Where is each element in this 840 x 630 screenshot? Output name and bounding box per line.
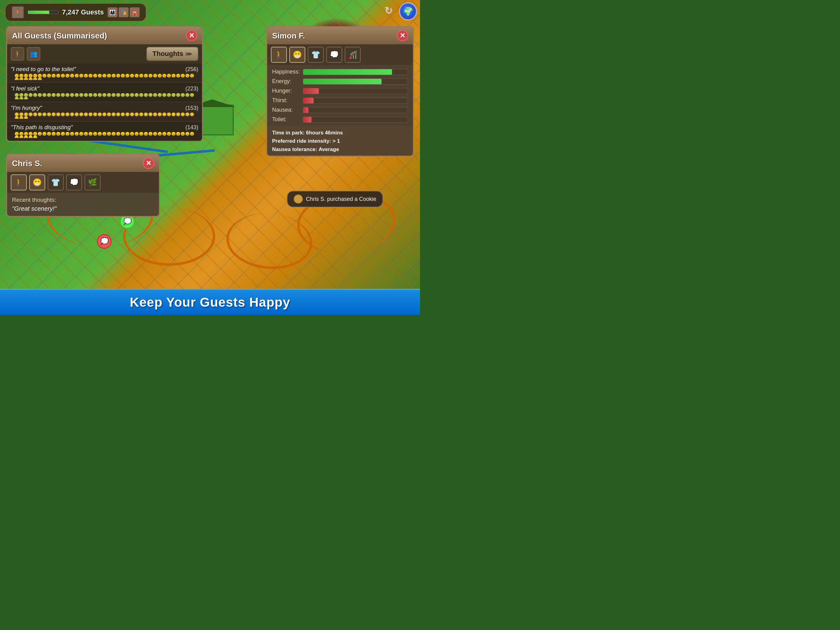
thought-text-3: "I'm hungry" [11,104,42,111]
dropdown-arrow-icon: ⋙ [185,51,192,57]
stat-nausea-fill [303,108,308,113]
guests-tab-single[interactable]: 🚶 [11,47,24,60]
guest-count: 7,247 Guests [62,8,104,16]
bottom-bar: Keep Your Guests Happy [0,289,420,315]
thought-count-3: (153) [185,105,198,111]
happiness-bar-fill [28,11,49,14]
stat-happiness-fill [303,69,392,75]
simon-extra-info: Time in park: 6hours 46mins Preferred ri… [267,126,413,156]
chris-tab-walk[interactable]: 🚶 [11,174,27,190]
person-icon: 🎪 [130,7,140,17]
purchase-notification: Chris S. purchased a Cookie [287,191,383,207]
stat-thirst-label: Thirst: [272,97,300,104]
chris-tab-face[interactable]: 😁 [29,174,45,190]
all-guests-title: All Guests (Summarised) [12,31,107,41]
happiness-bar-container [28,11,58,14]
stat-thirst: Thirst: [267,96,413,105]
stat-nausea: Nausea: [267,105,413,115]
all-guests-panel: All Guests (Summarised) ✕ 🚶 👥 Thoughts ⋙… [6,26,203,142]
simon-tab-walk[interactable]: 🚶 [271,47,287,63]
guests-tab-group[interactable]: 👥 [27,47,40,60]
simon-tabs: 🚶 😁 👕 💭 🎢 [267,44,413,65]
thought-faces-3: 😋😋😋😋😋😋😋😋😋😋😋😋😋😋😋😋😋😋😋😋😋😋😋😋😋😋😋😋😋😋😋😋😋😋😋😋😋😋😋😋… [11,112,198,119]
chris-tab-thought[interactable]: 💭 [66,174,82,190]
bottom-bar-text: Keep Your Guests Happy [130,295,290,310]
nausea-value: Average [319,146,339,152]
thought-faces-4: 😠😠😠😠😠😠😠😠😠😠😠😠😠😠😠😠😠😠😠😠😠😠😠😠😠😠😠😠😠😠😠😠😠😠😠😠😠😠😠😠… [11,132,198,138]
simon-tab-thought[interactable]: 💭 [326,47,342,63]
chris-content: Recent thoughts: "Great scenery!" [7,193,159,216]
ride-value: > 1 [333,138,340,144]
all-guests-toolbar: 🚶 👥 Thoughts ⋙ [7,44,202,63]
chris-tabs: 🚶 😁 👕 💭 🌿 [7,172,159,193]
person-icon: 🎭 [119,7,128,17]
stat-thirst-fill [303,98,314,103]
globe-button[interactable]: 🌍 [399,2,417,20]
stat-hunger-fill [303,88,319,94]
thought-item-1: "I need to go to the toilet" (256) 😟😟😟😟😟… [7,63,202,83]
stat-happiness-label: Happiness: [272,69,300,75]
stat-toilet-label: Toilet: [272,116,300,123]
recent-thoughts-label: Recent thoughts: [12,196,154,203]
stat-hunger: Hunger: [267,86,413,96]
simon-stats: Happiness: Energy: Hunger: Thirst: Nause… [267,65,413,126]
cookie-icon [294,195,303,204]
thought-text-2: "I feel sick" [11,85,39,92]
thought-bubble-red: 💭 [97,234,112,249]
thought-count-2: (223) [185,85,198,92]
thought-text-1: "I need to go to the toilet" [11,66,76,73]
guest-count-panel: 🚶 7,247 Guests 👨‍👩‍👧 🎭 🎪 [5,3,146,22]
simon-title: Simon F. [272,31,305,41]
simon-close-button[interactable]: ✕ [397,30,408,41]
ride-label: Preferred ride intensity: [272,138,331,144]
stat-energy: Energy: [267,77,413,86]
notification-text: Chris S. purchased a Cookie [306,196,376,203]
stat-toilet-bar [303,117,408,123]
stat-hunger-bar [303,88,408,94]
stat-toilet: Toilet: [267,115,413,124]
stat-nausea-bar [303,107,408,113]
all-guests-close-button[interactable]: ✕ [186,30,197,41]
thought-item-2: "I feel sick" (223) 🤢🤢🤢🤢🤢🤢🤢🤢🤢🤢🤢🤢🤢🤢🤢🤢🤢🤢🤢🤢… [7,83,202,102]
simon-header: Simon F. ✕ [267,27,413,44]
simon-panel: Simon F. ✕ 🚶 😁 👕 💭 🎢 Happiness: Energy: … [266,26,414,157]
people-icons: 👨‍👩‍👧 🎭 🎪 [107,7,140,17]
chris-tab-plant[interactable]: 🌿 [85,174,101,190]
thought-faces-2: 🤢🤢🤢🤢🤢🤢🤢🤢🤢🤢🤢🤢🤢🤢🤢🤢🤢🤢🤢🤢🤢🤢🤢🤢🤢🤢🤢🤢🤢🤢🤢🤢🤢🤢🤢🤢🤢🤢🤢🤢… [11,93,198,99]
simon-tab-ride[interactable]: 🎢 [345,47,361,63]
time-value: 6hours 46mins [306,130,343,136]
thought-item-4: "This path is disgusting" (143) 😠😠😠😠😠😠😠😠… [7,122,202,141]
chris-tab-shirt[interactable]: 👕 [47,174,64,190]
stat-happiness-bar [303,69,408,75]
person-icon: 👨‍👩‍👧 [107,7,117,17]
chris-panel: Chris S. ✕ 🚶 😁 👕 💭 🌿 Recent thoughts: "G… [6,154,160,217]
top-bar: 🚶 7,247 Guests 👨‍👩‍👧 🎭 🎪 [0,0,420,25]
chris-close-button[interactable]: ✕ [143,158,154,169]
thought-count-4: (143) [185,124,198,131]
happiness-bar [28,11,58,14]
chris-title: Chris S. [12,159,42,168]
stat-hunger-label: Hunger: [272,88,300,94]
stat-energy-bar [303,78,408,85]
ride-intensity-row: Preferred ride intensity: > 1 [272,137,408,145]
stat-thirst-bar [303,98,408,104]
nausea-label: Nausea tolerance: [272,146,317,152]
thought-faces-1: 😟😟😟😟😟😟😟😟😟😟😟😟😟😟😟😟😟😟😟😟😟😟😟😟😟😟😟😟😟😟😟😟😟😟😟😟😟😟😟😟… [11,74,198,80]
thought-item-3: "I'm hungry" (153) 😋😋😋😋😋😋😋😋😋😋😋😋😋😋😋😋😋😋😋😋😋… [7,102,202,122]
time-label: Time in park: [272,130,305,136]
stat-toilet-fill [303,117,311,122]
nausea-tolerance-row: Nausea tolerance: Average [272,145,408,154]
thought-count-1: (256) [185,66,198,73]
all-guests-header: All Guests (Summarised) ✕ [7,27,202,44]
thoughts-dropdown-button[interactable]: Thoughts ⋙ [146,47,198,61]
stat-nausea-label: Nausea: [272,107,300,113]
guest-avatar: 🚶 [12,6,24,19]
refresh-button[interactable]: ↻ [382,4,395,17]
time-in-park-row: Time in park: 6hours 46mins [272,128,408,137]
simon-tab-face[interactable]: 😁 [289,47,305,63]
thought-text-4: "This path is disgusting" [11,124,73,131]
stat-energy-fill [303,79,382,84]
simon-tab-shirt[interactable]: 👕 [308,47,324,63]
chris-header: Chris S. ✕ [7,155,159,172]
recent-thought: "Great scenery!" [12,205,154,212]
